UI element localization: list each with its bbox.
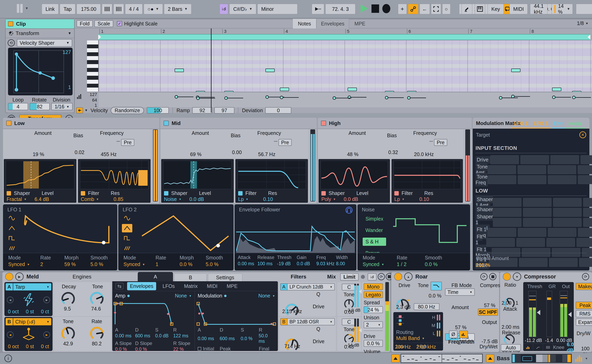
transform-tool-menu[interactable]: Velocity Shaper▼ bbox=[17, 39, 72, 47]
midi-note[interactable] bbox=[175, 69, 184, 72]
amp-r-slope[interactable]: 22 % bbox=[173, 347, 184, 352]
time-signature-field[interactable]: 4 / 4 bbox=[125, 4, 143, 14]
lfo-wave-icon-sine[interactable] bbox=[122, 214, 132, 222]
matrix-cell[interactable] bbox=[546, 238, 575, 247]
window-chevron-icon[interactable]: ▼ bbox=[25, 6, 28, 10]
shaper-level-value[interactable]: 0.0 dB bbox=[344, 196, 358, 202]
thresh-meter[interactable] bbox=[528, 291, 536, 337]
capture-midi-button[interactable] bbox=[408, 4, 418, 14]
matrix-cell[interactable] bbox=[582, 248, 592, 257]
osc-a-oct[interactable]: 0 oct bbox=[8, 309, 19, 314]
frequency-value[interactable]: 56.7 Hz bbox=[258, 151, 276, 157]
osc-b-cent[interactable]: 0 ct bbox=[41, 344, 49, 349]
shaper-type-menu[interactable]: Fractal bbox=[7, 196, 22, 202]
lfo2-rate-value[interactable]: 1 bbox=[156, 261, 180, 267]
tap-button[interactable]: Tap bbox=[60, 4, 75, 14]
velocity-stem[interactable] bbox=[334, 98, 351, 98]
matrix-cell[interactable] bbox=[493, 208, 521, 217]
env-link-icon[interactable]: ⇆ bbox=[115, 283, 124, 289]
matrix-cell[interactable] bbox=[578, 175, 592, 184]
roar-activator-button[interactable] bbox=[394, 273, 402, 281]
osc-b-oct[interactable]: 0 oct bbox=[8, 344, 19, 349]
computer-midi-keyboard-button[interactable] bbox=[475, 4, 485, 14]
amp-a[interactable]: 0.00 ms bbox=[115, 333, 135, 338]
lfo-wave-icon-triangle[interactable] bbox=[7, 224, 17, 232]
osc-b-semi[interactable]: 0 st bbox=[26, 344, 34, 349]
amount-value[interactable]: 48 % bbox=[347, 151, 358, 157]
matrix-cell[interactable] bbox=[553, 198, 582, 207]
lfo-wave-icon-triangle[interactable] bbox=[122, 224, 132, 232]
velocity-marker[interactable] bbox=[385, 96, 388, 99]
scale-aware-button[interactable]: ♭♯ bbox=[368, 273, 376, 280]
window-handle-icon[interactable] bbox=[17, 4, 23, 13]
matrix-cell[interactable] bbox=[553, 208, 582, 217]
grid-zoom-value[interactable]: 1/8 bbox=[577, 20, 584, 26]
amp-d[interactable]: 600 ms bbox=[135, 333, 155, 338]
mix-b-level-handle[interactable] bbox=[359, 328, 362, 332]
tab-envelopes[interactable]: Envelopes bbox=[316, 19, 349, 29]
global-amount-value[interactable]: 100 % bbox=[476, 262, 490, 268]
midi-note[interactable] bbox=[348, 88, 357, 91]
follow-button[interactable] bbox=[312, 4, 324, 14]
meld-drive-field[interactable]: 0.0 % bbox=[364, 340, 383, 347]
note-grid[interactable] bbox=[99, 40, 592, 91]
velocity-marker[interactable] bbox=[572, 96, 576, 99]
roar-hot-swap-icon[interactable]: ⟳ bbox=[480, 273, 487, 280]
clear-target-icon[interactable]: ✕ bbox=[579, 131, 586, 138]
velocity-marker[interactable] bbox=[499, 96, 502, 100]
lfo1-mode-value[interactable]: Synced▼ bbox=[8, 261, 40, 267]
engine-b-rate-knob[interactable] bbox=[89, 325, 105, 341]
pre-button[interactable]: Pre bbox=[434, 139, 447, 146]
ramp-from-field[interactable]: 92 bbox=[192, 107, 212, 114]
fold-button[interactable]: Fold bbox=[77, 20, 93, 27]
noise-rate-value[interactable]: 1 / 2 bbox=[397, 261, 425, 267]
nudge-up-button[interactable] bbox=[113, 4, 124, 14]
velocity-marker[interactable] bbox=[196, 97, 200, 100]
meld-tab-a[interactable]: A bbox=[138, 272, 173, 281]
envf-param-value[interactable]: 9.03 kHz bbox=[316, 261, 336, 266]
amp-env-graph[interactable] bbox=[112, 300, 194, 326]
matrix-cell[interactable] bbox=[553, 218, 582, 227]
subtab-matrix[interactable]: Matrix bbox=[181, 282, 200, 290]
clip-overview-strip[interactable] bbox=[401, 354, 483, 363]
back-to-arrangement-button[interactable]: ← bbox=[420, 4, 430, 14]
mix-a-tone-knob[interactable] bbox=[343, 298, 355, 309]
bias-value[interactable]: 0.32 bbox=[388, 150, 398, 155]
band-header[interactable]: Low bbox=[3, 118, 159, 129]
osc-b-next-button[interactable]: ▶ bbox=[43, 331, 50, 338]
noise-mode-value[interactable]: Synced▼ bbox=[363, 261, 397, 267]
matrix-cell[interactable] bbox=[518, 228, 546, 237]
shaper-type-menu[interactable]: Poly bbox=[321, 196, 331, 202]
bias-value[interactable]: 0.02 bbox=[75, 150, 84, 155]
transform-collapse-icon[interactable]: ▼ bbox=[68, 31, 71, 35]
mod-env-preset-menu[interactable]: None▼ bbox=[258, 293, 275, 299]
piano-keys[interactable] bbox=[87, 40, 99, 91]
record-button[interactable] bbox=[382, 4, 390, 13]
xover-high-value[interactable]: 2.00 kHz bbox=[416, 344, 436, 350]
output-value[interactable]: -7.5 dB bbox=[481, 338, 498, 344]
limit-button[interactable]: Limit bbox=[340, 273, 359, 280]
bias-value[interactable]: 0.00 bbox=[232, 150, 242, 155]
matrix-source-lfo2[interactable]: LFO 2 bbox=[531, 121, 551, 128]
velocity-stem[interactable] bbox=[176, 97, 193, 97]
frequency-value[interactable]: 20.0 kHz bbox=[414, 151, 434, 157]
peak-button[interactable]: Peak bbox=[576, 302, 592, 309]
frequency-value[interactable]: 455 Hz bbox=[101, 151, 117, 157]
comp-view-transfer-button[interactable] bbox=[533, 344, 543, 351]
mono-button[interactable]: Mono bbox=[364, 283, 383, 290]
matrix-cell[interactable] bbox=[578, 165, 592, 174]
division-menu[interactable]: 1/16▼ bbox=[51, 103, 72, 110]
velocity-marker[interactable] bbox=[552, 96, 556, 99]
loop-count-field[interactable]: 4 bbox=[8, 103, 28, 110]
noise-type-simplex[interactable]: Simplex bbox=[363, 215, 386, 223]
output-meter-mini[interactable]: ▼ bbox=[575, 355, 588, 362]
meld-hot-swap-icon[interactable]: ⟳ bbox=[378, 273, 385, 280]
velocity-marker[interactable] bbox=[280, 96, 283, 99]
key-map-button[interactable]: Key bbox=[487, 4, 504, 14]
mod-a[interactable]: 0.00 ms bbox=[198, 336, 220, 341]
groove-button[interactable]: ○●▼ bbox=[144, 4, 163, 14]
link-button[interactable]: Link bbox=[42, 4, 59, 14]
expand-button[interactable]: Expand bbox=[576, 318, 592, 326]
matrix-cell[interactable] bbox=[488, 228, 516, 237]
matrix-cell[interactable] bbox=[523, 208, 552, 217]
